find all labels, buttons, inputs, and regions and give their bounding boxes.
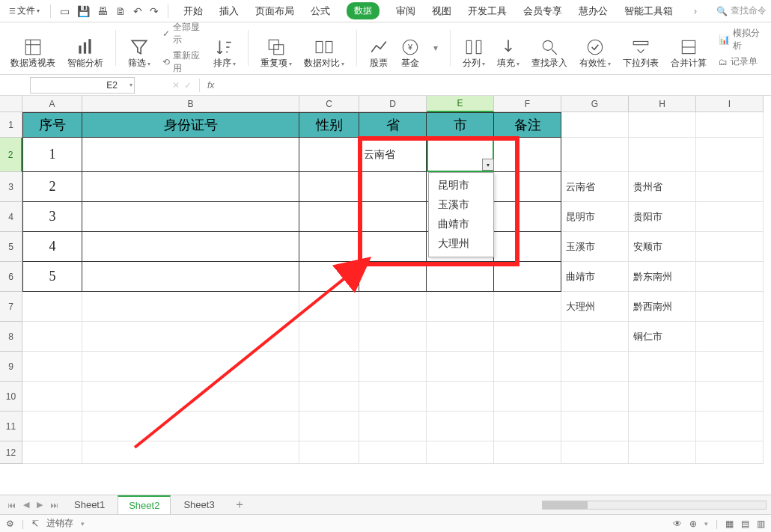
cell-I3[interactable] bbox=[696, 172, 764, 202]
cell-B1[interactable]: 身份证号 bbox=[82, 112, 299, 138]
sort-button[interactable]: 排序▾ bbox=[210, 25, 239, 70]
cell-I10[interactable] bbox=[696, 382, 764, 412]
tab-view[interactable]: 视图 bbox=[432, 1, 451, 21]
cell-G11[interactable] bbox=[561, 412, 629, 441]
cell-C6[interactable] bbox=[299, 262, 359, 292]
file-menu[interactable]: ☰ 文件 ▾ bbox=[4, 2, 44, 19]
cell-C11[interactable] bbox=[299, 412, 359, 441]
cell-A12[interactable] bbox=[22, 441, 82, 464]
cell-C1[interactable]: 性别 bbox=[299, 112, 359, 138]
cell-H7[interactable]: 黔西南州 bbox=[629, 292, 696, 322]
sheet-nav-prev[interactable]: ◀ bbox=[20, 498, 32, 511]
cell-I9[interactable] bbox=[696, 352, 764, 382]
confirm-icon[interactable]: ✓ bbox=[184, 80, 192, 91]
cell-C4[interactable] bbox=[299, 202, 359, 232]
cell-D12[interactable] bbox=[359, 441, 427, 464]
cell-D1[interactable]: 省 bbox=[359, 112, 427, 138]
cell-A9[interactable] bbox=[22, 352, 82, 382]
cell-D5[interactable] bbox=[359, 232, 427, 262]
tab-vip[interactable]: 会员专享 bbox=[523, 1, 562, 21]
command-search[interactable]: 🔍 查找命令 bbox=[716, 4, 767, 17]
tab-data[interactable]: 数据 bbox=[347, 2, 380, 19]
cell-F4[interactable] bbox=[494, 202, 561, 232]
cell-I7[interactable] bbox=[696, 292, 764, 322]
cell-H2[interactable] bbox=[629, 138, 696, 172]
cell-I12[interactable] bbox=[696, 441, 764, 464]
cell-D11[interactable] bbox=[359, 412, 427, 441]
cell-B7[interactable] bbox=[82, 292, 299, 322]
cell-E12[interactable] bbox=[427, 441, 494, 464]
cell-I1[interactable] bbox=[696, 112, 764, 138]
simulate-button[interactable]: 📊模拟分析 bbox=[719, 27, 761, 52]
cell-E11[interactable] bbox=[427, 412, 494, 441]
row-3[interactable]: 3 bbox=[0, 172, 22, 202]
tabs-more-icon[interactable]: › bbox=[689, 6, 701, 16]
cell-I5[interactable] bbox=[696, 232, 764, 262]
col-I[interactable]: I bbox=[696, 96, 764, 112]
col-B[interactable]: B bbox=[82, 96, 299, 112]
row-1[interactable]: 1 bbox=[0, 112, 22, 138]
stock-button[interactable]: 股票 bbox=[366, 25, 391, 70]
col-G[interactable]: G bbox=[561, 96, 629, 112]
tab-review[interactable]: 审阅 bbox=[396, 1, 415, 21]
cell-G6[interactable]: 曲靖市 bbox=[561, 262, 629, 292]
dropdown-option[interactable]: 大理州 bbox=[429, 234, 493, 254]
row-2[interactable]: 2 bbox=[0, 138, 22, 172]
sheet-tab-2[interactable]: Sheet2 bbox=[118, 495, 171, 515]
tab-smarttools[interactable]: 智能工具箱 bbox=[624, 1, 673, 21]
undo-history-label[interactable]: 进销存 bbox=[46, 517, 73, 530]
add-sheet-button[interactable]: ＋ bbox=[228, 497, 252, 513]
cell-G10[interactable] bbox=[561, 382, 629, 412]
row-8[interactable]: 8 bbox=[0, 322, 22, 352]
fill-button[interactable]: 填充▾ bbox=[494, 25, 522, 70]
cell-H12[interactable] bbox=[629, 441, 696, 464]
cell-F11[interactable] bbox=[494, 412, 561, 441]
cell-F1[interactable]: 备注 bbox=[494, 112, 561, 138]
cell-B3[interactable] bbox=[82, 172, 299, 202]
cell-I6[interactable] bbox=[696, 262, 764, 292]
cell-I4[interactable] bbox=[696, 202, 764, 232]
settings-icon[interactable]: ⚙ bbox=[6, 519, 14, 529]
validation-dropdown-list[interactable]: 昆明市 玉溪市 曲靖市 大理州 bbox=[428, 172, 494, 257]
cell-A8[interactable] bbox=[22, 322, 82, 352]
eye-icon[interactable]: 👁 bbox=[673, 519, 682, 529]
smart-analysis-button[interactable]: 智能分析 bbox=[64, 25, 106, 70]
cell-B10[interactable] bbox=[82, 382, 299, 412]
tab-huiban[interactable]: 慧办公 bbox=[579, 1, 608, 21]
cell-A2[interactable]: 1 bbox=[22, 138, 82, 172]
cell-E6[interactable] bbox=[427, 262, 494, 292]
cell-A1[interactable]: 序号 bbox=[22, 112, 82, 138]
undo-icon[interactable]: ↶ bbox=[133, 5, 142, 17]
cell-D3[interactable] bbox=[359, 172, 427, 202]
cell-A4[interactable]: 3 bbox=[22, 202, 82, 232]
cell-B11[interactable] bbox=[82, 412, 299, 441]
cell-E1[interactable]: 市 bbox=[427, 112, 494, 138]
cell-F12[interactable] bbox=[494, 441, 561, 464]
cell-F7[interactable] bbox=[494, 292, 561, 322]
cell-G9[interactable] bbox=[561, 352, 629, 382]
cell-C8[interactable] bbox=[299, 322, 359, 352]
split-button[interactable]: 分列▾ bbox=[460, 25, 488, 70]
cell-G12[interactable] bbox=[561, 441, 629, 464]
cell-H5[interactable]: 安顺市 bbox=[629, 232, 696, 262]
col-D[interactable]: D bbox=[359, 96, 427, 112]
cell-B2[interactable] bbox=[82, 138, 299, 172]
cell-C10[interactable] bbox=[299, 382, 359, 412]
cell-G2[interactable] bbox=[561, 138, 629, 172]
cell-H8[interactable]: 铜仁市 bbox=[629, 322, 696, 352]
cell-I11[interactable] bbox=[696, 412, 764, 441]
cell-C2[interactable] bbox=[299, 138, 359, 172]
cell-F3[interactable] bbox=[494, 172, 561, 202]
cell-D2[interactable]: 云南省 bbox=[359, 138, 427, 172]
row-9[interactable]: 9 bbox=[0, 352, 22, 382]
cancel-icon[interactable]: ✕ bbox=[172, 80, 180, 91]
tab-start[interactable]: 开始 bbox=[183, 1, 203, 21]
cell-F2[interactable] bbox=[494, 138, 561, 172]
cell-H6[interactable]: 黔东南州 bbox=[629, 262, 696, 292]
sheet-nav-last[interactable]: ⏭ bbox=[47, 499, 61, 511]
formula-input[interactable] bbox=[217, 77, 771, 94]
filter-button[interactable]: 筛选▾ bbox=[125, 25, 153, 70]
col-A[interactable]: A bbox=[22, 96, 82, 112]
cell-H4[interactable]: 贵阳市 bbox=[629, 202, 696, 232]
cell-H3[interactable]: 贵州省 bbox=[629, 172, 696, 202]
